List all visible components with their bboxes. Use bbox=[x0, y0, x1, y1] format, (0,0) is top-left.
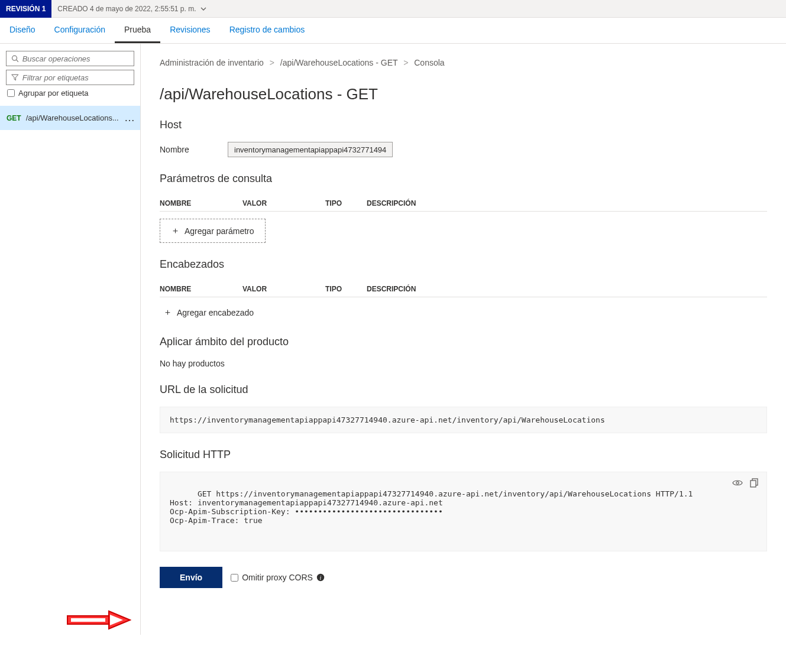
th-type: TIPO bbox=[325, 199, 367, 207]
host-name-value[interactable]: inventorymanagementapiappapi4732771494 bbox=[228, 142, 393, 157]
svg-point-0 bbox=[12, 56, 17, 60]
section-headers: Encabezados bbox=[160, 258, 767, 271]
section-host: Host bbox=[160, 119, 767, 131]
section-http: Solicitud HTTP bbox=[160, 449, 767, 461]
th-desc: DESCRIPCIÓN bbox=[367, 285, 767, 293]
plus-icon: ＋ bbox=[171, 225, 180, 236]
tab-changelog[interactable]: Registro de cambios bbox=[220, 18, 315, 43]
host-name-label: Nombre bbox=[160, 145, 228, 154]
tab-config[interactable]: Configuración bbox=[45, 18, 115, 43]
request-url-box[interactable]: https://inventorymanagementapiappapi4732… bbox=[160, 407, 767, 433]
created-text[interactable]: CREADO 4 de mayo de 2022, 2:55:51 p. m. bbox=[51, 5, 206, 13]
page-title: /api/WarehouseLocations - GET bbox=[160, 85, 767, 103]
eye-icon[interactable] bbox=[732, 478, 743, 488]
th-type: TIPO bbox=[325, 285, 367, 293]
th-desc: DESCRIPCIÓN bbox=[367, 199, 767, 207]
svg-text:i: i bbox=[320, 574, 322, 581]
th-name: NOMBRE bbox=[160, 285, 242, 293]
add-header-button[interactable]: ＋ Agregar encabezado bbox=[160, 304, 257, 320]
th-value: VALOR bbox=[242, 285, 325, 293]
filter-box[interactable] bbox=[6, 70, 134, 85]
send-button[interactable]: Envío bbox=[160, 567, 222, 588]
operation-menu-icon[interactable]: … bbox=[124, 112, 135, 124]
svg-line-1 bbox=[17, 60, 18, 61]
filter-icon bbox=[11, 73, 19, 82]
th-name: NOMBRE bbox=[160, 199, 242, 207]
breadcrumb-item: Consola bbox=[414, 58, 444, 67]
breadcrumb-item[interactable]: /api/WarehouseLocations - GET bbox=[280, 58, 397, 67]
tab-test[interactable]: Prueba bbox=[115, 18, 160, 43]
cors-label: Omitir proxy CORS bbox=[242, 573, 313, 582]
revision-badge: REVISIÓN 1 bbox=[0, 0, 51, 18]
group-label: Agrupar por etiqueta bbox=[18, 89, 89, 98]
tabs: Diseño Configuración Prueba Revisiones R… bbox=[0, 18, 786, 44]
copy-icon[interactable] bbox=[750, 478, 759, 488]
chevron-down-icon bbox=[200, 5, 207, 12]
th-value: VALOR bbox=[242, 199, 325, 207]
add-header-label: Agregar encabezado bbox=[177, 308, 254, 317]
add-param-label: Agregar parámetro bbox=[185, 226, 254, 236]
tab-design[interactable]: Diseño bbox=[0, 18, 45, 43]
arrow-annotation bbox=[66, 609, 131, 631]
http-request-box[interactable]: GET https://inventorymanagementapiappapi… bbox=[160, 472, 767, 551]
section-scope: Aplicar ámbito del producto bbox=[160, 336, 767, 348]
main-panel: Administración de inventario > /api/Ware… bbox=[141, 44, 786, 635]
search-icon bbox=[11, 54, 19, 63]
plus-icon: ＋ bbox=[163, 307, 172, 318]
tab-revisions[interactable]: Revisiones bbox=[160, 18, 219, 43]
info-icon[interactable]: i bbox=[316, 573, 325, 582]
section-url: URL de la solicitud bbox=[160, 384, 767, 396]
group-by-tag-row[interactable]: Agrupar por etiqueta bbox=[7, 89, 134, 98]
svg-rect-10 bbox=[751, 481, 756, 487]
operation-name: /api/WarehouseLocations... bbox=[26, 113, 119, 122]
created-label: CREADO 4 de mayo de 2022, 2:55:51 p. m. bbox=[57, 5, 196, 13]
group-checkbox[interactable] bbox=[7, 89, 15, 97]
sidebar: Agrupar por etiqueta GET /api/WarehouseL… bbox=[0, 44, 141, 635]
top-bar: REVISIÓN 1 CREADO 4 de mayo de 2022, 2:5… bbox=[0, 0, 786, 18]
filter-input[interactable] bbox=[22, 73, 129, 82]
section-query: Parámetros de consulta bbox=[160, 173, 767, 185]
operation-method: GET bbox=[7, 114, 21, 122]
http-request-text: GET https://inventorymanagementapiappapi… bbox=[170, 489, 693, 525]
add-parameter-button[interactable]: ＋ Agregar parámetro bbox=[160, 219, 266, 243]
headers-table-header: NOMBRE VALOR TIPO DESCRIPCIÓN bbox=[160, 281, 767, 297]
breadcrumb-item[interactable]: Administración de inventario bbox=[160, 58, 264, 67]
no-products-text: No hay productos bbox=[160, 359, 767, 368]
operation-item[interactable]: GET /api/WarehouseLocations... … bbox=[0, 106, 140, 130]
svg-point-8 bbox=[736, 482, 739, 484]
svg-rect-6 bbox=[71, 618, 105, 622]
search-input[interactable] bbox=[22, 54, 129, 63]
breadcrumb: Administración de inventario > /api/Ware… bbox=[160, 58, 767, 67]
cors-checkbox[interactable] bbox=[231, 574, 238, 582]
search-box[interactable] bbox=[6, 51, 134, 66]
query-table-header: NOMBRE VALOR TIPO DESCRIPCIÓN bbox=[160, 196, 767, 212]
